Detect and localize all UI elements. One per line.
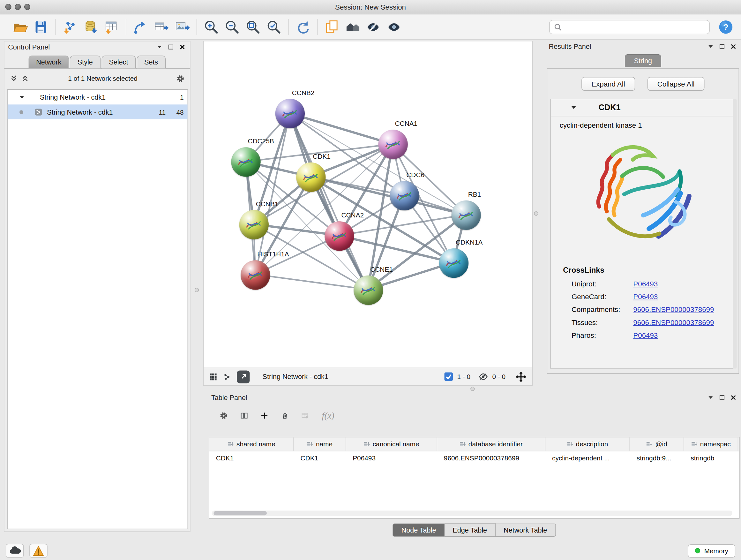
panel-collapse-button[interactable]	[707, 394, 715, 401]
network-overview-button[interactable]	[223, 373, 231, 381]
crosslink-value-link[interactable]: 9606.ENSP00000378699	[633, 303, 714, 316]
network-edge[interactable]	[255, 274, 368, 289]
export-network-button[interactable]	[130, 17, 151, 37]
network-options-button[interactable]	[177, 75, 184, 82]
scrollbar-thumb[interactable]	[213, 511, 267, 515]
network-edge[interactable]	[290, 113, 393, 144]
network-node-cdk1[interactable]	[296, 163, 326, 192]
tab-network-table[interactable]: Network Table	[495, 523, 556, 537]
network-node-hist1h1a[interactable]	[241, 260, 270, 290]
disclosure-triangle-icon[interactable]	[18, 93, 26, 101]
panel-collapse-button[interactable]	[156, 43, 163, 51]
maximize-window-button[interactable]	[24, 4, 30, 10]
network-node-cdc6[interactable]	[390, 181, 419, 210]
network-edge[interactable]	[290, 113, 368, 290]
tab-string[interactable]: String	[624, 54, 662, 67]
column-header-canonical-name[interactable]: canonical name	[346, 437, 437, 451]
hide-details-button[interactable]	[363, 17, 384, 37]
crosslink-value-link[interactable]: 9606.ENSP00000378699	[633, 316, 714, 328]
duplicate-network-button[interactable]	[321, 17, 342, 37]
network-node-cdc25b[interactable]	[231, 147, 260, 177]
splitter-handle[interactable]	[470, 387, 475, 391]
create-column-button[interactable]	[261, 412, 268, 420]
zoom-fit-button[interactable]	[243, 17, 263, 37]
crosslink-value-link[interactable]: P06493	[633, 290, 658, 303]
column-header-database-identifier[interactable]: database identifier	[437, 437, 545, 451]
crosslink-value-link[interactable]: P06493	[633, 328, 658, 341]
network-graph-canvas[interactable]: CCNB2CCNA1CDC25BCDK1CDC6RB1CCNB1CCNA2CDK…	[204, 41, 532, 368]
column-header-shared-name[interactable]: shared name	[209, 437, 294, 451]
zoom-selected-button[interactable]	[264, 17, 284, 37]
expand-all-networks-button[interactable]	[21, 75, 29, 82]
hidden-eye-slash-icon[interactable]	[478, 372, 488, 381]
panel-close-button[interactable]	[179, 43, 186, 51]
string-results-box: Expand All Collapse All CDK1 cyclin-depe…	[547, 68, 739, 374]
disclosure-triangle-icon[interactable]	[570, 105, 577, 111]
search-input[interactable]	[564, 23, 705, 31]
close-window-button[interactable]	[5, 4, 11, 10]
export-table-button[interactable]	[151, 17, 172, 37]
tab-node-table[interactable]: Node Table	[393, 523, 445, 537]
tab-select[interactable]: Select	[102, 56, 136, 68]
import-network-database-button[interactable]	[80, 17, 101, 37]
import-network-file-button[interactable]	[59, 17, 80, 37]
detach-view-button[interactable]	[237, 370, 250, 383]
show-details-button[interactable]	[384, 17, 405, 37]
import-table-button[interactable]	[101, 17, 122, 37]
panel-float-button[interactable]	[167, 43, 175, 51]
zoom-in-button[interactable]	[201, 17, 221, 37]
search-field[interactable]	[549, 20, 710, 34]
network-node-ccne1[interactable]	[354, 275, 383, 305]
selected-checkbox-icon[interactable]	[444, 372, 453, 381]
refresh-button[interactable]	[292, 17, 313, 37]
expand-all-button[interactable]: Expand All	[582, 77, 635, 91]
horizontal-scrollbar[interactable]	[212, 510, 732, 516]
show-columns-button[interactable]	[240, 412, 248, 420]
network-node-ccna1[interactable]	[379, 130, 408, 159]
network-node-rb1[interactable]	[452, 200, 481, 230]
memory-button[interactable]: Memory	[688, 544, 735, 557]
panel-float-button[interactable]	[718, 394, 726, 401]
open-session-button[interactable]	[10, 17, 30, 37]
collapse-all-button[interactable]: Collapse All	[648, 77, 704, 91]
warnings-button[interactable]	[29, 544, 48, 557]
column-header-name[interactable]: name	[294, 437, 346, 451]
delete-column-button[interactable]	[281, 412, 289, 420]
results-scrollbar[interactable]	[733, 99, 737, 368]
splitter-handle[interactable]	[195, 288, 199, 292]
panel-close-button[interactable]	[730, 43, 737, 51]
tab-sets[interactable]: Sets	[137, 56, 165, 68]
network-node-ccnb1[interactable]	[239, 210, 269, 240]
network-edge[interactable]	[311, 177, 465, 215]
home-button[interactable]	[342, 17, 363, 37]
network-node-ccna2[interactable]	[325, 221, 354, 251]
network-collection-row[interactable]: String Network - cdk1 1	[8, 90, 188, 105]
table-options-button[interactable]	[220, 412, 227, 420]
help-button[interactable]: ?	[718, 18, 735, 36]
zoom-out-button[interactable]	[222, 17, 243, 37]
column-header-description[interactable]: description	[545, 437, 630, 451]
collapse-all-networks-button[interactable]	[10, 75, 17, 82]
crosslink-value-link[interactable]: P06493	[633, 277, 658, 290]
table-row[interactable]: CDK1CDK1P064939606.ENSP00000378699cyclin…	[209, 451, 739, 464]
column-header-namespac[interactable]: namespac	[684, 437, 738, 451]
tab-style[interactable]: Style	[70, 56, 100, 68]
export-image-button[interactable]	[172, 17, 192, 37]
network-node-ccnb2[interactable]	[275, 99, 305, 128]
network-row-selected[interactable]: String Network - cdk1 11 48	[8, 105, 188, 119]
crosshair-icon[interactable]	[515, 371, 526, 382]
navigator-button[interactable]	[209, 373, 217, 381]
panel-float-button[interactable]	[718, 43, 726, 51]
tab-edge-table[interactable]: Edge Table	[445, 523, 495, 537]
splitter-handle[interactable]	[534, 211, 538, 215]
function-builder-button[interactable]: f(x)	[322, 410, 334, 421]
panel-collapse-button[interactable]	[707, 43, 715, 51]
save-session-button[interactable]	[30, 17, 51, 37]
cdk1-section-header[interactable]: CDK1	[551, 99, 733, 117]
tab-network[interactable]: Network	[28, 56, 69, 68]
panel-close-button[interactable]	[730, 394, 737, 401]
cloud-status-button[interactable]	[6, 544, 24, 557]
column-header-at-id[interactable]: @id	[630, 437, 684, 451]
minimize-window-button[interactable]	[15, 4, 21, 10]
network-node-cdkn1a[interactable]	[439, 248, 468, 278]
